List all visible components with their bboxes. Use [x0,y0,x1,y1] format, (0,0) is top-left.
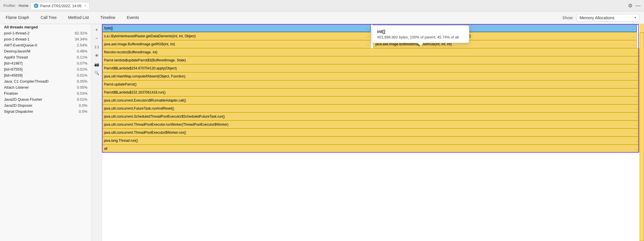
mini-map-thumb[interactable] [640,33,644,241]
show-select-value: Memory Allocations [580,15,614,20]
sidebar-item[interactable]: pool-1-thread-262.31% [0,30,91,36]
flame-block-dots-button[interactable]: … [634,123,639,126]
flame-row: java.util.concurrent.ThreadPoolExecutor$… [102,129,639,137]
flame-block-dots-button[interactable]: … [634,131,639,134]
sidebar-item[interactable]: [tid=87555]0.01% [0,66,91,72]
flame-block-dots-button[interactable]: … [634,50,639,54]
flame-row: java.util.HashMap.computeIfAbsent(Object… [102,72,639,80]
toolbar-tabs: Flame Graph Call Tree Method List Timeli… [0,11,145,24]
sidebar-item[interactable]: AWT-EventQueue-02.54% [0,42,91,48]
flame-block-dots-button[interactable]: … [365,26,370,30]
tab-timeline[interactable]: Timeline [95,11,121,24]
show-select-dropdown[interactable]: Memory Allocations ▾ [576,14,639,22]
tab-events[interactable]: Events [121,11,145,24]
mini-map-scrollbar[interactable] [639,24,644,241]
sidebar-item[interactable]: Attach Listener0.05% [0,84,91,90]
title-bar: Profiler: Home ↻ Parrot 27/01/2022, 14:0… [0,0,644,11]
toolbar: Flame Graph Call Tree Method List Timeli… [0,11,644,24]
tab-flame-graph[interactable]: Flame Graph [0,11,35,24]
zoom-reset-button[interactable]: 1:1 [93,43,101,51]
flame-block[interactable]: int[]… [373,24,637,32]
flame-block-dots-button[interactable]: … [634,91,639,94]
flame-block[interactable]: java.util.concurrent.ScheduledThreadPool… [102,112,639,120]
zoom-in-button[interactable]: + [93,26,101,34]
zoom-out-button[interactable]: − [93,34,101,42]
flame-block[interactable]: java.awt.image.DirectColorModel.getDataE… [373,32,637,40]
search-button[interactable]: 🔍 [93,69,101,77]
tab-call-tree[interactable]: Call Tree [35,11,62,24]
flame-block-dots-button[interactable]: … [631,26,636,30]
flame-area: + − 1:1 👁 📷 🔍 byte[]…int[]…s.a.i.ByteInt… [92,24,644,241]
sidebar-item[interactable]: Java2D Queue Flusher0.01% [0,96,91,102]
eye-button[interactable]: 👁 [93,52,101,60]
flame-block-dots-button[interactable]: … [634,139,639,142]
flame-block-dots-button[interactable]: … [634,75,639,78]
flame-block-dots-button[interactable]: … [632,42,636,46]
flame-block-dots-button[interactable]: … [634,59,639,62]
flame-row: Parrot$$Lambda$152.1637061418.run()… [102,88,639,96]
camera-button[interactable]: 📷 [93,60,101,68]
session-tab[interactable]: ↻ Parrot 27/01/2022, 14:05 × [31,2,89,9]
flame-block-dots-button[interactable]: … [634,99,639,102]
sidebar-item[interactable]: AppKit Thread0.11% [0,54,91,60]
home-link[interactable]: Home [19,3,29,8]
flame-row: java.util.concurrent.FutureTask.runAndRe… [102,104,639,112]
flame-row: java.util.concurrent.ThreadPoolExecutor.… [102,120,639,129]
flame-row: java.lang.Thread.run()… [102,137,639,145]
flame-canvas[interactable]: byte[]…int[]…s.a.i.ByteInterleavedRaster… [102,24,639,241]
flame-block[interactable]: java.util.concurrent.ThreadPoolExecutor$… [102,129,639,137]
flame-row: java.util.concurrent.ScheduledThreadPool… [102,112,639,120]
minimize-icon[interactable]: — [635,3,641,9]
flame-row: Recolor.recolor(BufferedImage, int)… [102,48,639,56]
title-bar-left: Profiler: Home ↻ Parrot 27/01/2022, 14:0… [3,2,89,9]
tab-close-button[interactable]: × [84,4,86,8]
flame-row: all… [102,145,639,153]
sidebar: All threads mergedpool-1-thread-262.31%p… [0,24,92,241]
flame-block[interactable]: java.util.HashMap.computeIfAbsent(Object… [102,72,639,80]
flame-block[interactable]: s.a.i.ByteInterleavedRaster.getDataEleme… [102,32,371,40]
flame-block[interactable]: java.util.concurrent.FutureTask.runAndRe… [102,104,639,112]
flame-block[interactable]: Recolor.recolor(BufferedImage, int)… [102,48,639,56]
flame-row: Parrot.updateParrot()… [102,80,639,88]
flame-block[interactable]: java.util.concurrent.Executors$RunnableA… [102,96,639,104]
flame-block[interactable]: byte[]… [102,24,371,32]
flame-block-dots-button[interactable]: … [634,83,639,86]
flame-block-dots-button[interactable]: … [634,115,639,118]
chevron-down-icon: ▾ [635,16,636,20]
sidebar-item[interactable]: [tid=45839]0.01% [0,72,91,78]
flame-block-dots-button[interactable]: … [366,42,370,46]
flame-row: Parrot.lambda$updateParrot$3(BufferedIma… [102,56,639,64]
sidebar-item[interactable]: DestroyJavaVM0.48% [0,48,91,54]
flame-block[interactable]: Parrot$$Lambda$154.670704120.apply(Objec… [102,64,639,72]
sidebar-item[interactable]: All threads merged [0,24,91,30]
sidebar-item[interactable]: [tid=41987]0.07% [0,60,91,66]
flame-block[interactable]: all… [102,145,639,153]
flame-block[interactable]: java.awt.image.BufferedImage.getRGB(int,… [102,40,371,48]
sidebar-item[interactable]: Finalizer0.03% [0,90,91,96]
flame-block[interactable]: java.awt.image.BufferedImage.setRGB(int,… [373,40,637,48]
flame-block[interactable]: Parrot.lambda$updateParrot$3(BufferedIma… [102,56,639,64]
profiler-label: Profiler: [3,3,16,8]
tab-method-list[interactable]: Method List [62,11,95,24]
flame-block[interactable]: Parrot$$Lambda$152.1637061418.run()… [102,88,639,96]
sidebar-item[interactable]: Signal Dispatcher0.0% [0,108,91,114]
toolbar-right: Show: Memory Allocations ▾ [562,14,644,22]
settings-icon[interactable]: ⚙ [628,3,633,9]
title-bar-right: ⚙ — [628,3,641,9]
flame-block-dots-button[interactable]: … [634,67,639,70]
flame-block[interactable]: java.lang.Thread.run()… [102,137,639,145]
tab-label: Parrot 27/01/2022, 14:05 [40,4,81,8]
flame-block-dots-button[interactable]: … [634,147,639,150]
flame-block-dots-button[interactable]: … [632,34,636,38]
flame-row: java.util.concurrent.Executors$RunnableA… [102,96,639,104]
flame-row: s.a.i.ByteInterleavedRaster.getDataEleme… [102,32,639,40]
sidebar-item[interactable]: pool-1-thread-134.34% [0,36,91,42]
flame-block-dots-button[interactable]: … [366,34,370,38]
flame-row: byte[]…int[]… [102,24,639,32]
flame-block[interactable]: Parrot.updateParrot()… [102,80,639,88]
flame-block[interactable]: java.util.concurrent.ThreadPoolExecutor.… [102,120,639,129]
sidebar-item[interactable]: Java2D Disposer0.0% [0,102,91,108]
sidebar-item[interactable]: Java: C1 CompilerThread00.05% [0,78,91,84]
flame-block-dots-button[interactable]: … [634,107,639,110]
flame-row: java.awt.image.BufferedImage.getRGB(int,… [102,40,639,48]
